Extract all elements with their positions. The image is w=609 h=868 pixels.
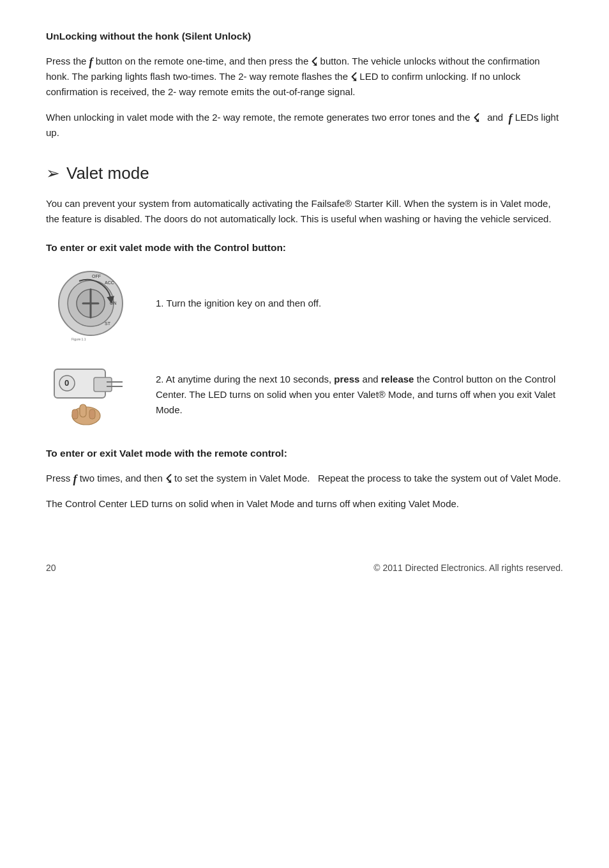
step1-row: OFF ACC ON ST Figure 1.1 1. Turn the ign…	[46, 265, 563, 342]
svg-text:0: 0	[64, 378, 69, 388]
svg-text:ON: ON	[110, 301, 117, 305]
step2-and: and	[359, 374, 380, 385]
remote-text-2: to set the system in Valet Mode. Repeat …	[172, 473, 561, 483]
step2-release: release	[381, 374, 414, 385]
step2-text: 2. At anytime during the next 10 seconds…	[156, 372, 563, 418]
svg-rect-13	[94, 377, 112, 392]
svg-rect-19	[89, 409, 95, 419]
icon-s-button-2: ☇	[350, 72, 357, 83]
section-valet-mode: ➢ Valet mode You can prevent your system…	[46, 164, 563, 512]
section-unlocking: UnLocking without the honk (Silent Unloc…	[46, 31, 563, 141]
icon-f-inline: f	[509, 112, 513, 124]
step2-row: 0 2. At anytime during the n	[46, 360, 563, 430]
step1-text: 1. Turn the ignition key on and then off…	[156, 296, 563, 311]
remote-text-1: two times, and then	[77, 473, 165, 483]
icon-s-remote: ☇	[165, 473, 172, 485]
para-remote-2: The Control Center LED turns on solid wh…	[46, 496, 563, 512]
icon-f-button: f	[89, 56, 93, 68]
step2-number: 2. At anytime during the next 10 seconds…	[156, 374, 334, 385]
para-remote-1: Press f two times, and then ☇ to set the…	[46, 471, 563, 486]
para-unlocking-2: When unlocking in valet mode with the 2-…	[46, 110, 563, 141]
svg-rect-18	[72, 409, 78, 419]
section-heading-unlocking: UnLocking without the honk (Silent Unloc…	[46, 31, 563, 42]
press-label: Press	[46, 473, 73, 483]
svg-text:ACC: ACC	[105, 280, 114, 285]
page-footer: 20 © 2011 Directed Electronics. All righ…	[46, 563, 563, 573]
svg-rect-17	[80, 404, 86, 417]
svg-text:ST: ST	[105, 321, 111, 326]
ignition-diagram: OFF ACC ON ST Figure 1.1	[46, 265, 135, 342]
para-valet-intro: You can prevent your system from automat…	[46, 196, 563, 227]
chapter-title: Valet mode	[66, 164, 149, 183]
svg-text:Figure 1.1: Figure 1.1	[71, 337, 86, 341]
step2-press: press	[334, 374, 359, 385]
arrow-icon: ➢	[46, 164, 60, 183]
chapter-heading-valet: ➢ Valet mode	[46, 164, 563, 183]
icon-s-button-1: ☇	[311, 56, 317, 68]
icon-s-inline: ☇	[473, 112, 479, 124]
subheading-control-button: To enter or exit valet mode with the Con…	[46, 242, 563, 254]
para-unlocking-1: Press the f button on the remote one-tim…	[46, 54, 563, 100]
page-number: 20	[46, 563, 56, 573]
subheading-remote: To enter or exit Valet mode with the rem…	[46, 448, 563, 459]
control-center-diagram: 0	[46, 360, 135, 430]
svg-text:OFF: OFF	[92, 274, 101, 278]
copyright-text: © 2011 Directed Electronics. All rights …	[373, 563, 563, 573]
